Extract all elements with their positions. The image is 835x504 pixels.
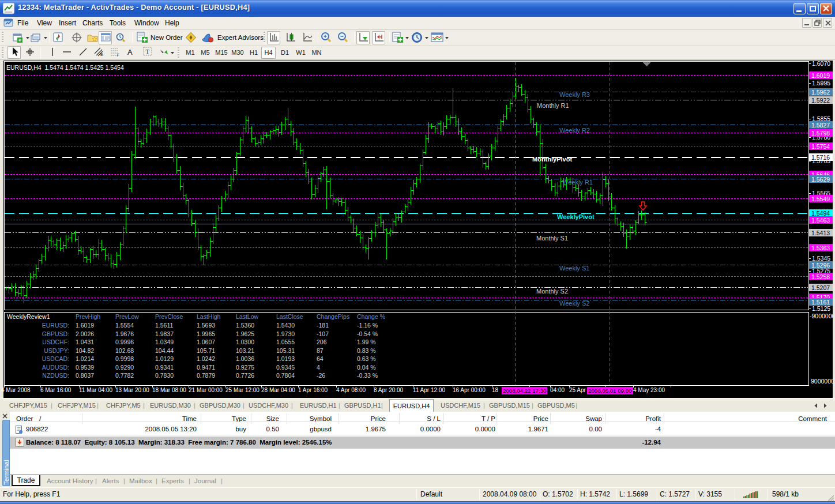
svg-text:104.44: 104.44	[155, 347, 174, 354]
svg-text:-181: -181	[317, 322, 329, 329]
svg-text:Monthly S1: Monthly S1	[536, 235, 568, 242]
svg-text:EURUSD:: EURUSD:	[42, 322, 69, 329]
svg-text:0.9275: 0.9275	[236, 364, 254, 371]
svg-text:105.71: 105.71	[197, 347, 215, 354]
svg-text:4 Apr 08:00: 4 Apr 08:00	[336, 387, 366, 393]
svg-text:MonthlyPivot: MonthlyPivot	[532, 156, 572, 163]
svg-text:1.5922: 1.5922	[811, 97, 830, 104]
svg-text:1 Apr 16:00: 1 Apr 16:00	[298, 387, 328, 393]
svg-text:1.5693: 1.5693	[197, 322, 215, 329]
svg-text:1.0431: 1.0431	[76, 338, 94, 345]
svg-text:1.5798: 1.5798	[811, 130, 830, 137]
svg-text:Weekly R3: Weekly R3	[559, 91, 590, 98]
svg-text:PrevClose: PrevClose	[155, 313, 183, 320]
svg-text:1.0555: 1.0555	[276, 338, 295, 345]
svg-text:0.9996: 0.9996	[115, 338, 134, 345]
svg-text:105.31: 105.31	[276, 347, 295, 354]
svg-text:1.0036: 1.0036	[236, 355, 254, 362]
svg-text:206: 206	[317, 338, 327, 345]
svg-text:104.82: 104.82	[76, 347, 94, 354]
svg-text:0.63 %: 0.63 %	[357, 355, 376, 362]
svg-text:1.5995: 1.5995	[812, 80, 830, 86]
svg-text:1.5494: 1.5494	[811, 210, 830, 217]
svg-text:1.5611: 1.5611	[155, 322, 173, 329]
svg-text:1.0607: 1.0607	[197, 338, 215, 345]
svg-text:1.5827: 1.5827	[811, 122, 830, 129]
svg-text:GBPUSD:: GBPUSD:	[42, 330, 69, 337]
svg-text:1.9730: 1.9730	[276, 330, 295, 337]
svg-text:1.5125: 1.5125	[812, 305, 830, 312]
svg-text:1.5549: 1.5549	[811, 195, 830, 202]
svg-text:Monthly S2: Monthly S2	[536, 288, 568, 295]
svg-text:1.5463: 1.5463	[811, 217, 830, 224]
svg-text:0.7726: 0.7726	[236, 372, 254, 379]
svg-text:4: 4	[317, 364, 320, 371]
svg-text:-9000000: -9000000	[810, 313, 835, 319]
svg-text:8 Apr 20:00: 8 Apr 20:00	[374, 387, 404, 393]
svg-text:1.5296: 1.5296	[811, 262, 830, 269]
svg-text:NZDUSD:: NZDUSD:	[42, 372, 69, 379]
svg-text:LastClose: LastClose	[276, 313, 303, 320]
svg-text:Weekly R1: Weekly R1	[562, 179, 593, 186]
svg-text:64: 64	[317, 355, 324, 362]
svg-text:2008.04.22 17:30: 2008.04.22 17:30	[503, 388, 547, 394]
svg-text:0.83 %: 0.83 %	[357, 347, 376, 354]
svg-text:1.5716: 1.5716	[811, 154, 830, 161]
svg-text:1.0214: 1.0214	[76, 355, 94, 362]
svg-text:6 Mar 16:00: 6 Mar 16:00	[40, 387, 72, 393]
svg-text:0.9290: 0.9290	[115, 364, 134, 371]
svg-text:1.9837: 1.9837	[155, 330, 174, 337]
svg-text:1.5161: 1.5161	[811, 299, 830, 306]
svg-text:1.6070: 1.6070	[812, 60, 830, 67]
svg-text:Weekly S2: Weekly S2	[559, 300, 589, 307]
svg-text:21 Mar 00:00: 21 Mar 00:00	[189, 387, 223, 393]
svg-text:4 May 23:00: 4 May 23:00	[633, 387, 665, 393]
svg-text:1.9625: 1.9625	[236, 330, 254, 337]
svg-text:1.6019: 1.6019	[811, 72, 830, 79]
svg-text:1.5554: 1.5554	[115, 322, 134, 329]
svg-text:87: 87	[317, 347, 324, 354]
svg-text:-0.54 %: -0.54 %	[357, 330, 378, 337]
svg-text:1.99 %: 1.99 %	[357, 338, 376, 345]
svg-text:1.0193: 1.0193	[276, 355, 295, 362]
svg-text:AUDUSD:: AUDUSD:	[42, 364, 69, 371]
svg-text:11 Mar 04:00: 11 Mar 04:00	[79, 387, 113, 393]
svg-text:-0.33 %: -0.33 %	[357, 372, 378, 379]
svg-text:1.5207: 1.5207	[811, 284, 830, 291]
svg-text:4 Mar 2008: 4 Mar 2008	[1, 387, 31, 393]
svg-text:0.7830: 0.7830	[155, 372, 174, 379]
svg-text:1.9676: 1.9676	[115, 330, 134, 337]
svg-text:ChangePips: ChangePips	[317, 313, 349, 320]
svg-text:Monthly R1: Monthly R1	[537, 102, 569, 109]
svg-text:1.9965: 1.9965	[197, 330, 215, 337]
svg-text:2.0026: 2.0026	[76, 330, 94, 337]
svg-text:2008.05.01 09:00: 2008.05.01 09:00	[588, 388, 632, 394]
svg-text:0.9471: 0.9471	[197, 364, 215, 371]
svg-text:F: F	[117, 53, 119, 57]
svg-text:1.6019: 1.6019	[76, 322, 94, 329]
svg-text:0.04 %: 0.04 %	[357, 364, 376, 371]
svg-text:1.5345: 1.5345	[812, 255, 830, 262]
svg-text:1.5754: 1.5754	[811, 143, 830, 150]
svg-text:28 Mar 04:00: 28 Mar 04:00	[261, 387, 295, 393]
svg-text:USDJPY:: USDJPY:	[44, 347, 69, 354]
svg-text:11 Apr 12:00: 11 Apr 12:00	[413, 387, 445, 393]
svg-text:0.7782: 0.7782	[115, 372, 134, 379]
svg-text:0.7879: 0.7879	[197, 372, 215, 379]
svg-text:LastLow: LastLow	[236, 313, 259, 320]
svg-text:1.5363: 1.5363	[811, 245, 830, 251]
svg-text:Weekly R2: Weekly R2	[559, 127, 590, 134]
svg-text:-26: -26	[317, 372, 325, 379]
svg-text:1.5629: 1.5629	[811, 176, 830, 183]
svg-text:1.0300: 1.0300	[236, 338, 254, 345]
svg-text:90000000: 90000000	[811, 378, 835, 385]
svg-text:PrevLow: PrevLow	[115, 313, 139, 320]
svg-text:16 Apr 00:00: 16 Apr 00:00	[453, 387, 486, 393]
svg-text:04:00: 04:00	[550, 387, 565, 393]
svg-text:T: T	[146, 48, 150, 55]
svg-text:1.5430: 1.5430	[276, 322, 295, 329]
svg-text:USDCAD:: USDCAD:	[42, 355, 69, 362]
svg-text:0.8037: 0.8037	[76, 372, 94, 379]
svg-text:1.0242: 1.0242	[197, 355, 215, 362]
svg-text:1.5360: 1.5360	[236, 322, 254, 329]
